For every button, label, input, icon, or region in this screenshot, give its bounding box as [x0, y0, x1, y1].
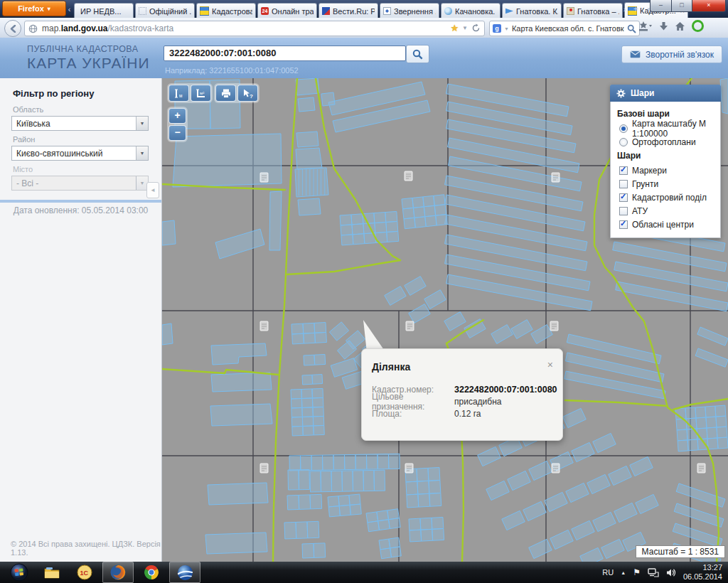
close-icon[interactable]: ×: [547, 359, 553, 370]
layer-row[interactable]: АТУ: [619, 204, 714, 218]
browser-tab[interactable]: ИР НЕДВ...: [74, 3, 134, 18]
layer-row[interactable]: Кадастровий поділ: [619, 191, 714, 204]
taskbar-explorer-button[interactable]: [37, 562, 67, 582]
search-magnifier-icon: [412, 49, 423, 60]
new-tab-button[interactable]: +: [631, 3, 641, 16]
search-engine-icon[interactable]: g: [493, 24, 501, 33]
taskbar-firefox-button[interactable]: [102, 562, 134, 583]
bookmarks-panel-icon[interactable]: [638, 21, 653, 32]
map-actions-group: ?: [214, 83, 259, 103]
browser-tab[interactable]: Вести.Ru: P...: [318, 3, 378, 18]
layer-row[interactable]: Маркери: [619, 164, 714, 177]
checkbox[interactable]: [619, 166, 628, 175]
search-magnifier-icon[interactable]: [627, 24, 636, 33]
language-indicator[interactable]: RU: [602, 568, 614, 577]
tab-scroll-right-button[interactable]: ›: [620, 3, 629, 16]
addon-icon[interactable]: [692, 20, 704, 32]
downloads-icon[interactable]: [659, 21, 668, 31]
site-logo-line2[interactable]: КАРТА УКРАЇНИ: [27, 55, 150, 72]
map-canvas[interactable]: м м² ? + −: [162, 78, 728, 562]
cadastral-number-input[interactable]: 3222482000:07:001:0080: [164, 46, 406, 61]
copyright-text: © 2014 Всі права захищені. ЦДЗК. Версія …: [11, 540, 161, 557]
layers-panel-header[interactable]: Шари: [610, 85, 721, 102]
browser-tab[interactable]: Кадастрова...: [196, 3, 256, 18]
layer-row[interactable]: Грунти: [619, 177, 714, 191]
select-район[interactable]: Києво-святошинський▼: [11, 146, 149, 161]
window-minimize-button[interactable]: –: [650, 0, 672, 12]
start-button[interactable]: [4, 562, 34, 582]
browser-tab[interactable]: Гнатовка – ...: [563, 3, 623, 18]
url-text: map.land.gov.ua/kadastrova-karta: [42, 23, 173, 33]
url-dropdown-icon[interactable]: ▼: [462, 25, 468, 31]
tab-label: ИР НЕДВ...: [80, 7, 130, 16]
browser-tab[interactable]: Качановка. ...: [441, 3, 500, 18]
window-restore-button[interactable]: □: [672, 0, 692, 12]
feedback-label: Зворотній зв'язок: [646, 50, 714, 60]
printer-icon: [220, 88, 232, 99]
popup-row-label: Площа:: [372, 409, 454, 419]
site-search-button[interactable]: [406, 45, 429, 63]
taskbar-chrome-button[interactable]: [136, 562, 166, 582]
tab-label: Офіційний ...: [149, 7, 191, 16]
checkbox[interactable]: [619, 220, 628, 229]
firefox-menu-button[interactable]: Firefox ▾: [2, 1, 66, 16]
measure-area-button[interactable]: м²: [191, 85, 211, 102]
network-icon[interactable]: [648, 568, 659, 577]
taskbar-clock[interactable]: 13:27 06.05.2014: [683, 563, 722, 582]
toolbar-icons: [638, 20, 704, 32]
layer-label: Ортофотоплани: [632, 137, 696, 147]
search-bar[interactable]: g ▼ Карта Киевская обл. с. Гнатовка: [489, 21, 640, 36]
chevron-down-icon: ▾: [48, 6, 50, 12]
browser-tab[interactable]: 24Онлайн тра...: [257, 3, 317, 18]
base-layers-title: Базові шари: [617, 109, 714, 119]
zoom-out-button[interactable]: −: [168, 125, 186, 141]
home-icon[interactable]: [675, 21, 685, 31]
hidden-icons-arrow[interactable]: ▲: [621, 570, 626, 575]
checkbox[interactable]: [619, 207, 628, 215]
taskbar-1c-button[interactable]: 1С: [70, 562, 100, 582]
select-value: Київська: [16, 119, 136, 129]
base-row[interactable]: Карта масштабу М 1:100000: [619, 122, 714, 135]
sidebar-collapse-button[interactable]: ◄: [146, 182, 159, 198]
action-center-flag-icon[interactable]: ⚑: [633, 567, 641, 577]
vesti-favicon: [322, 7, 330, 15]
firefox-menu-label: Firefox: [18, 4, 44, 13]
taskbar-google-earth-button[interactable]: [169, 562, 200, 583]
zoom-in-button[interactable]: +: [168, 108, 186, 124]
chevron-down-icon: ▼: [136, 117, 148, 130]
tab-scroll-left-button[interactable]: ‹: [65, 3, 74, 16]
search-engine-dropdown-icon[interactable]: ▼: [504, 26, 509, 31]
tab-label: Качановка. ...: [455, 7, 497, 16]
popup-row-value: 0.12 га: [454, 409, 481, 419]
reload-icon[interactable]: [471, 23, 481, 33]
feedback-button[interactable]: Зворотній зв'язок: [621, 46, 722, 63]
volume-icon[interactable]: [666, 568, 676, 577]
checkbox[interactable]: [619, 193, 628, 202]
checkbox[interactable]: [619, 180, 628, 188]
select-value: Києво-святошинський: [16, 149, 136, 159]
identify-button[interactable]: ?: [237, 85, 258, 102]
back-button[interactable]: [4, 20, 21, 37]
browser-tab[interactable]: Гнатовка. К...: [502, 3, 562, 18]
system-tray: RU ▲ ⚑ 13:27 06.05.2014: [602, 563, 728, 582]
default-favicon: [139, 7, 146, 15]
search-query-text: Карта Киевская обл. с. Гнатовка: [512, 24, 624, 33]
measure-length-icon: м: [173, 88, 185, 99]
layer-label: Обласні центри: [632, 220, 694, 230]
popup-row-value: 3222482000:07:001:0080: [454, 385, 557, 395]
measure-length-button[interactable]: м: [168, 85, 189, 102]
browser-tab[interactable]: Офіційний ...: [135, 3, 195, 18]
layer-label: Грунти: [632, 179, 658, 189]
layer-row[interactable]: Обласні центри: [619, 218, 714, 231]
browser-tab[interactable]: Звернення ...: [380, 3, 439, 18]
print-button[interactable]: [215, 85, 236, 102]
window-close-button[interactable]: ×: [692, 0, 726, 12]
svg-text:м: м: [179, 93, 183, 98]
select-value: - Всі -: [16, 178, 136, 188]
radio-button[interactable]: [619, 138, 628, 146]
radio-button[interactable]: [619, 124, 628, 133]
url-bar[interactable]: map.land.gov.ua/kadastrova-karta ★ ▼: [24, 21, 485, 36]
bookmark-star-icon[interactable]: ★: [450, 23, 459, 33]
emblem-favicon: [383, 7, 391, 15]
select-область[interactable]: Київська▼: [11, 116, 149, 131]
